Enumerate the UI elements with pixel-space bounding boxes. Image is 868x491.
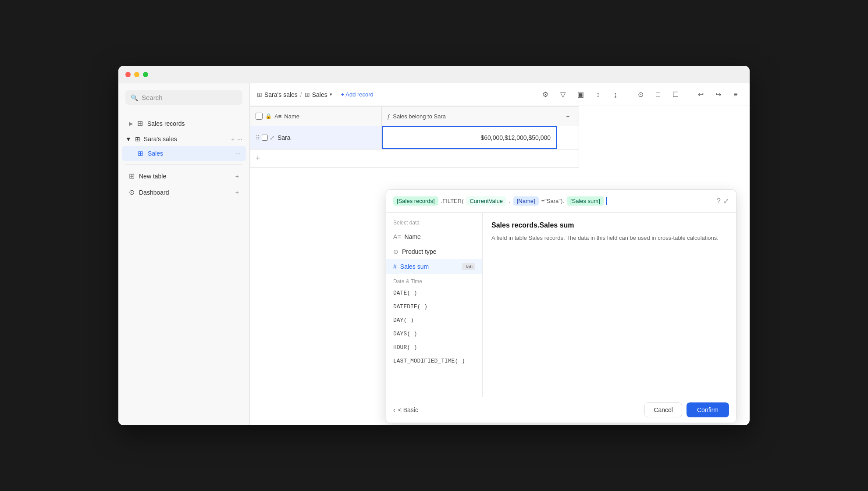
func-hour[interactable]: HOUR( ): [386, 341, 482, 354]
formula-item-name[interactable]: A≡ Name: [386, 229, 482, 244]
table-row: ⠿ ⤢ Sara $60,000,$12,000,$50,000: [250, 126, 579, 149]
formula-footer: ‹ < Basic Cancel Confirm: [386, 397, 736, 423]
expand-arrow-icon: ▼: [125, 135, 132, 142]
group-button[interactable]: ↨: [608, 88, 623, 102]
sales-belong-column-header: ƒ Sales belong to Sara: [382, 107, 557, 126]
formula-op-filter: .FILTER(: [441, 198, 464, 204]
empty-add-col-cell: [557, 126, 579, 149]
name-col-label: Name: [284, 113, 299, 120]
sales-value-cell[interactable]: $60,000,$12,000,$50,000: [382, 126, 557, 149]
formula-item-sales-sum[interactable]: # Sales sum Tab: [386, 259, 482, 274]
sales-records-label: Sales records: [147, 120, 239, 127]
func-date[interactable]: DATE( ): [386, 286, 482, 300]
more-icon[interactable]: ···: [237, 135, 242, 142]
row-controls[interactable]: ⠿ ⤢: [256, 134, 275, 141]
sidebar-item-sales[interactable]: ⊞ Sales ···: [122, 146, 246, 161]
grid-button[interactable]: □: [651, 88, 665, 102]
formula-body: Select data A≡ Name ⊙ Product type: [386, 213, 736, 397]
sidebar-item-new-table[interactable]: ⊞ New table +: [122, 168, 246, 184]
chat-button[interactable]: ☐: [669, 88, 683, 102]
dropdown-icon: ▾: [330, 92, 332, 97]
breadcrumb-separator: /: [300, 91, 302, 98]
saras-sales-group: ▼ ⊞ Sara's sales + ··· ⊞ Sales ···: [122, 132, 246, 161]
formula-right-panel: Sales records.Sales sum A field in table…: [483, 213, 736, 397]
sidebar-item-sales-records[interactable]: ▶ ⊞ Sales records: [122, 116, 246, 131]
table-grid-icon: ⊞: [138, 149, 143, 157]
func-days[interactable]: DAYS( ): [386, 327, 482, 341]
confirm-button[interactable]: Confirm: [687, 402, 729, 417]
cancel-button[interactable]: Cancel: [644, 402, 682, 417]
table-icon: ⊞: [129, 172, 135, 180]
add-row-cell[interactable]: +: [250, 149, 579, 168]
table-icon: ⊞: [135, 135, 140, 142]
func-day[interactable]: DAY( ): [386, 313, 482, 327]
row-name-value: Sara: [277, 134, 291, 141]
formula-tag-sales-sum[interactable]: [Sales sum]: [567, 196, 604, 206]
formula-op-dot: .: [509, 198, 511, 204]
formula-right-title: Sales records.Sales sum: [491, 221, 727, 229]
back-arrow-icon: ‹: [393, 406, 395, 413]
formula-tag-sales-records[interactable]: [Sales records]: [393, 196, 438, 206]
name-field-label: Name: [405, 233, 475, 240]
func-last-modified-time[interactable]: LAST_MODIFIED_TIME( ): [386, 354, 482, 368]
filter-button[interactable]: ▽: [556, 88, 570, 102]
add-record-label: + Add record: [341, 91, 374, 98]
name-column-header: 🔒 A≡ Name: [250, 107, 382, 126]
menu-button[interactable]: ≡: [729, 88, 743, 102]
maximize-dot[interactable]: [143, 72, 148, 77]
formula-tag-current-value[interactable]: CurrentValue: [466, 196, 506, 206]
close-dot[interactable]: [125, 72, 131, 77]
formula-right-description: A field in table Sales records. The data…: [491, 234, 727, 243]
formula-left-panel: Select data A≡ Name ⊙ Product type: [386, 213, 483, 397]
minimize-dot[interactable]: [134, 72, 139, 77]
sales-more-icon[interactable]: ···: [235, 150, 241, 157]
add-record-button[interactable]: + Add record: [336, 89, 379, 100]
formula-op-equals: ="Sara").: [541, 198, 564, 204]
sidebar: 🔍 Search ▶ ⊞ Sales records ▼ ⊞ Sara's sa…: [118, 83, 250, 425]
sidebar-item-saras-sales[interactable]: ▼ ⊞ Sara's sales + ···: [122, 132, 246, 146]
table-icon: ⊞: [137, 119, 143, 128]
breadcrumb-table-icon2: ⊞: [305, 91, 310, 98]
search-icon: 🔍: [131, 94, 138, 101]
sidebar-search-area: 🔍 Search: [118, 83, 249, 112]
dashboard-add[interactable]: +: [235, 189, 239, 196]
undo-button[interactable]: ↩: [694, 88, 708, 102]
breadcrumb-sales[interactable]: ⊞ Sales ▾: [305, 91, 332, 98]
new-table-add[interactable]: +: [235, 173, 239, 180]
sidebar-item-dashboard[interactable]: ⊙ Dashboard +: [122, 185, 246, 200]
formula-input-row: [Sales records] .FILTER( CurrentValue . …: [386, 190, 736, 213]
redo-button[interactable]: ↪: [711, 88, 725, 102]
breadcrumb-saras-sales[interactable]: ⊞ Sara's sales: [257, 91, 298, 98]
formula-help-icon[interactable]: ?: [717, 197, 721, 205]
add-icon[interactable]: +: [231, 135, 235, 142]
row-checkbox[interactable]: [262, 135, 268, 141]
divider: [125, 164, 242, 165]
formula-item-product-type[interactable]: ⊙ Product type: [386, 244, 482, 259]
dashboard-icon: ⊙: [129, 188, 135, 196]
sales-value: $60,000,$12,000,$50,000: [480, 134, 551, 141]
fields-button[interactable]: ▣: [573, 88, 587, 102]
settings-button[interactable]: ⚙: [538, 88, 552, 102]
select-all-checkbox[interactable]: [256, 113, 263, 120]
back-basic-button[interactable]: ‹ < Basic: [393, 406, 418, 413]
formula-expand-icon[interactable]: ⤢: [723, 197, 729, 205]
main-content: ⊞ Sara's sales / ⊞ Sales ▾ + Add record …: [250, 83, 750, 425]
breadcrumb: ⊞ Sara's sales / ⊞ Sales ▾: [257, 91, 332, 98]
product-type-label: Product type: [402, 248, 475, 255]
add-column-button[interactable]: +: [557, 107, 579, 126]
expand-row-icon[interactable]: ⤢: [270, 134, 275, 141]
search-box[interactable]: 🔍 Search: [125, 90, 242, 105]
title-bar: [118, 66, 750, 83]
func-datedif[interactable]: DATEDIF( ): [386, 300, 482, 313]
sort-button[interactable]: ↕: [591, 88, 605, 102]
saras-sales-actions: + ···: [231, 135, 242, 142]
clock-button[interactable]: ⊙: [633, 88, 647, 102]
lock-icon: 🔒: [265, 113, 272, 119]
breadcrumb-table-icon: ⊞: [257, 91, 262, 98]
formula-tag-name[interactable]: [Name]: [513, 196, 539, 206]
expand-arrow-icon: ▶: [129, 121, 133, 127]
sales-sub-label: Sales: [148, 150, 231, 157]
sidebar-nav: ▶ ⊞ Sales records ▼ ⊞ Sara's sales + ···: [118, 112, 249, 425]
formula-cursor: [606, 197, 607, 205]
select-data-label: Select data: [386, 216, 482, 229]
